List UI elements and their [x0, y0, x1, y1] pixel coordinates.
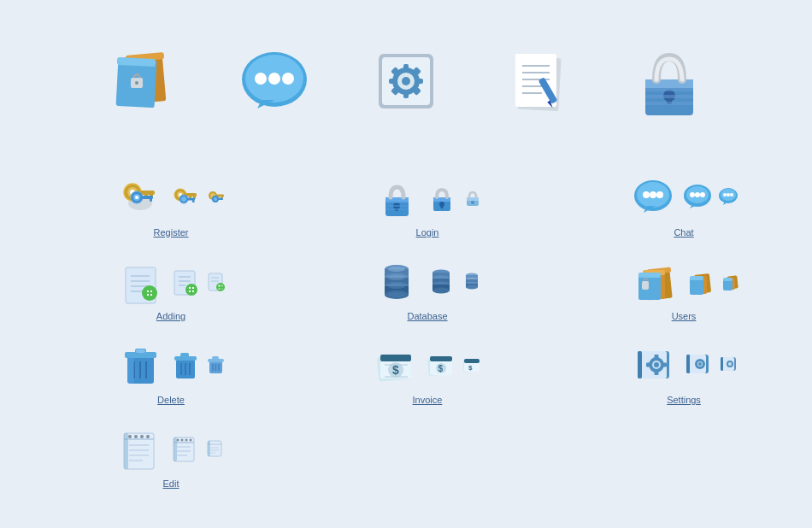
svg-point-68 — [214, 197, 217, 201]
edit-icon-small[interactable] — [168, 431, 202, 465]
svg-rect-119 — [191, 287, 192, 293]
chat-icon-large[interactable] — [227, 34, 321, 128]
database-label[interactable]: Database — [407, 311, 447, 321]
login-icon-large[interactable] — [371, 171, 422, 222]
svg-rect-209 — [654, 355, 658, 358]
settings-label[interactable]: Settings — [667, 395, 701, 405]
svg-text:$: $ — [438, 364, 444, 373]
svg-rect-19 — [389, 79, 396, 84]
svg-rect-212 — [663, 362, 667, 367]
delete-icon-small[interactable] — [203, 352, 227, 376]
login-icons — [371, 171, 484, 222]
register-icon-large[interactable] — [115, 171, 166, 222]
invoice-label[interactable]: Invoice — [413, 395, 443, 405]
database-icon-small[interactable] — [460, 268, 484, 292]
users-icon-xsmall[interactable] — [716, 268, 740, 292]
svg-point-86 — [643, 191, 650, 198]
svg-rect-40 — [645, 102, 693, 105]
svg-point-98 — [723, 193, 727, 197]
chat-icon-medium[interactable] — [627, 171, 679, 222]
register-group: Register — [43, 162, 299, 246]
database-icon-large[interactable] — [371, 255, 422, 306]
users-icon-medium[interactable] — [627, 255, 679, 306]
svg-point-60 — [181, 197, 186, 202]
invoice-icon-small[interactable]: $ — [460, 352, 484, 376]
svg-point-227 — [128, 435, 132, 438]
icon-sections-grid: Register — [26, 162, 786, 497]
register-icon-small[interactable] — [203, 185, 227, 208]
lock-icon-large[interactable] — [622, 34, 716, 128]
edit-icon-xsmall[interactable] — [203, 436, 227, 460]
svg-rect-17 — [403, 64, 409, 71]
delete-icon-large[interactable] — [115, 338, 166, 390]
settings-icon-medium[interactable] — [627, 338, 679, 390]
register-label[interactable]: Register — [154, 227, 189, 238]
login-label[interactable]: Login — [416, 227, 439, 238]
svg-rect-189 — [380, 355, 411, 361]
users-icon-small[interactable] — [680, 263, 715, 297]
chat-label[interactable]: Chat — [674, 227, 693, 238]
svg-rect-75 — [385, 205, 409, 207]
settings-icon-small[interactable] — [680, 347, 715, 381]
svg-rect-162 — [690, 276, 703, 280]
svg-rect-39 — [645, 95, 693, 98]
svg-point-151 — [466, 285, 478, 290]
delete-label[interactable]: Delete — [157, 395, 185, 405]
svg-point-16 — [402, 77, 410, 85]
svg-rect-52 — [150, 198, 152, 202]
svg-point-240 — [185, 439, 188, 442]
users-label[interactable]: Users — [672, 311, 697, 321]
svg-rect-215 — [686, 355, 690, 373]
svg-rect-76 — [385, 208, 409, 210]
svg-point-137 — [388, 292, 405, 297]
delete-icon-medium[interactable] — [168, 347, 202, 381]
svg-point-94 — [700, 192, 705, 197]
svg-rect-74 — [385, 202, 409, 203]
delete-icons — [115, 338, 227, 390]
edit-group: Edit — [43, 414, 299, 497]
svg-rect-174 — [127, 356, 134, 384]
svg-rect-126 — [221, 285, 222, 290]
users-icon-large[interactable] — [96, 34, 190, 128]
invoice-icon-large[interactable]: $ — [371, 338, 422, 390]
edit-label[interactable]: Edit — [163, 478, 179, 489]
adding-label[interactable]: Adding — [156, 311, 185, 321]
svg-rect-180 — [180, 353, 189, 357]
adding-icon-large[interactable] — [115, 255, 166, 306]
delete-group: Delete — [43, 330, 299, 414]
adding-icon-small[interactable] — [203, 268, 227, 292]
invoice-group: $ $ — [299, 330, 556, 414]
settings-icon-large[interactable] — [359, 34, 453, 128]
svg-text:$: $ — [468, 364, 473, 372]
register-icon-medium[interactable] — [168, 179, 202, 214]
database-group: Database — [299, 246, 556, 330]
invoice-icon-medium[interactable]: $ — [424, 347, 458, 381]
svg-point-93 — [695, 192, 700, 197]
svg-rect-20 — [416, 79, 423, 84]
svg-point-9 — [268, 73, 280, 85]
svg-point-144 — [432, 288, 450, 294]
edit-icon-large[interactable] — [491, 34, 585, 128]
adding-icon-medium[interactable] — [168, 263, 202, 297]
chat-icon-xsmall[interactable] — [716, 185, 740, 208]
svg-rect-157 — [638, 273, 661, 278]
svg-point-223 — [728, 362, 732, 366]
chat-icon-small[interactable] — [680, 179, 715, 214]
svg-rect-245 — [174, 437, 177, 461]
svg-rect-158 — [642, 281, 649, 290]
svg-point-8 — [255, 73, 267, 85]
chat-icons — [627, 171, 740, 222]
svg-rect-201 — [464, 359, 480, 363]
settings-icon-xsmall[interactable] — [716, 352, 740, 376]
svg-point-228 — [134, 435, 138, 438]
edit-icon-medium[interactable] — [115, 422, 166, 473]
svg-rect-156 — [638, 274, 661, 300]
login-icon-medium[interactable] — [424, 179, 458, 214]
svg-rect-38 — [645, 88, 693, 91]
svg-point-136 — [388, 284, 405, 289]
svg-point-135 — [388, 275, 405, 280]
login-icon-small[interactable] — [460, 185, 484, 208]
svg-rect-196 — [430, 356, 452, 361]
database-icons — [371, 255, 484, 306]
database-icon-medium[interactable] — [424, 263, 458, 297]
